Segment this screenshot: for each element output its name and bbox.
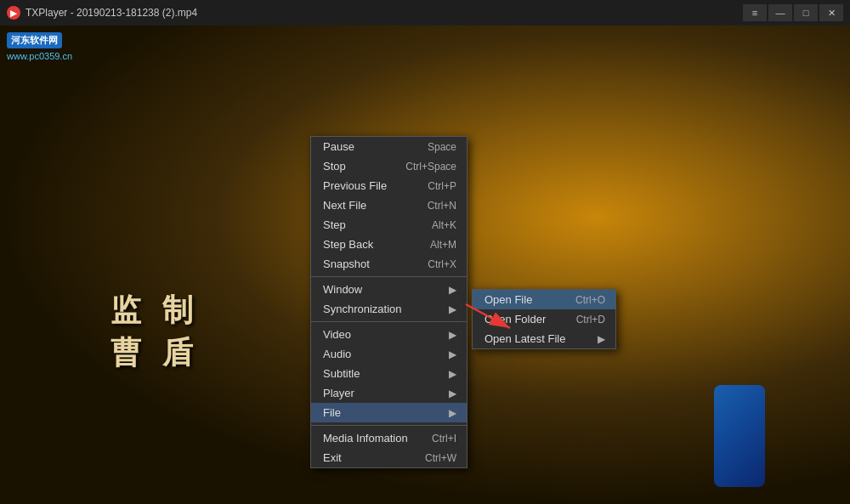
- menu-label-video: Video: [323, 328, 351, 341]
- menu-label-pause: Pause: [323, 140, 354, 153]
- red-arrow-indicator: [459, 296, 527, 350]
- window-title: TXPlayer - 20190213-181238 (2).mp4: [26, 7, 743, 19]
- menu-label-window: Window: [323, 283, 362, 296]
- menu-item-video[interactable]: Video ▶: [311, 325, 467, 344]
- arrow-icon-open-latest: ▶: [598, 333, 605, 345]
- menu-item-exit[interactable]: Exit Ctrl+W: [311, 448, 467, 467]
- menu-label-synchronization: Synchronization: [323, 303, 402, 315]
- separator-2: [311, 321, 467, 322]
- separator-1: [311, 276, 467, 277]
- arrow-icon-player: ▶: [449, 388, 456, 399]
- shortcut-media-info: Ctrl+I: [432, 433, 456, 445]
- arrow-icon-file: ▶: [449, 407, 456, 419]
- menu-button[interactable]: ≡: [743, 4, 767, 21]
- menu-label-snapshot: Snapshot: [323, 258, 370, 270]
- menu-item-step[interactable]: Step Alt+K: [311, 215, 467, 235]
- menu-label-file: File: [323, 406, 341, 419]
- file-submenu-shortcut-open-file: Ctrl+O: [575, 294, 605, 306]
- shortcut-stop: Ctrl+Space: [405, 161, 456, 173]
- shortcut-step-back: Alt+M: [430, 239, 456, 251]
- shortcut-previous-file: Ctrl+P: [428, 180, 456, 192]
- menu-item-step-back[interactable]: Step Back Alt+M: [311, 235, 467, 254]
- menu-item-snapshot[interactable]: Snapshot Ctrl+X: [311, 254, 467, 274]
- menu-label-stop: Stop: [323, 160, 346, 173]
- app-icon: ▶: [7, 6, 20, 20]
- menu-item-next-file[interactable]: Next File Ctrl+N: [311, 195, 467, 215]
- shortcut-snapshot: Ctrl+X: [428, 258, 456, 270]
- video-text-line2: 曹 盾: [110, 331, 200, 374]
- menu-item-file[interactable]: File ▶: [311, 403, 467, 422]
- shortcut-pause: Space: [428, 141, 456, 153]
- file-submenu-shortcut-open-folder: Ctrl+D: [576, 314, 605, 326]
- menu-item-media-info[interactable]: Media Infomation Ctrl+I: [311, 428, 467, 448]
- menu-item-player[interactable]: Player ▶: [311, 383, 467, 403]
- title-bar: ▶ TXPlayer - 20190213-181238 (2).mp4 ≡ —…: [0, 0, 850, 25]
- minimize-button[interactable]: —: [768, 4, 792, 21]
- context-menu: Pause Space Stop Ctrl+Space Previous Fil…: [310, 136, 468, 468]
- arrow-icon-sync: ▶: [449, 303, 456, 315]
- arrow-icon-subtitle: ▶: [449, 368, 456, 380]
- shortcut-step: Alt+K: [432, 219, 456, 231]
- menu-label-exit: Exit: [323, 451, 342, 464]
- menu-item-audio[interactable]: Audio ▶: [311, 344, 467, 364]
- menu-label-step: Step: [323, 218, 346, 231]
- arrow-icon-video: ▶: [449, 329, 456, 341]
- menu-label-subtitle: Subtitle: [323, 367, 360, 380]
- maximize-button[interactable]: □: [794, 4, 818, 21]
- menu-item-stop[interactable]: Stop Ctrl+Space: [311, 156, 467, 176]
- menu-label-previous-file: Previous File: [323, 179, 387, 192]
- menu-item-pause[interactable]: Pause Space: [311, 137, 467, 156]
- video-text-overlay: 监 制 曹 盾: [110, 289, 200, 375]
- menu-label-audio: Audio: [323, 348, 351, 360]
- menu-item-synchronization[interactable]: Synchronization ▶: [311, 299, 467, 319]
- separator-3: [311, 425, 467, 426]
- menu-item-window[interactable]: Window ▶: [311, 280, 467, 299]
- window-controls: ≡ — □ ✕: [743, 4, 843, 21]
- menu-label-step-back: Step Back: [323, 238, 373, 251]
- menu-label-media-info: Media Infomation: [323, 432, 408, 445]
- video-text-line1: 监 制: [110, 289, 200, 331]
- menu-item-previous-file[interactable]: Previous File Ctrl+P: [311, 176, 467, 195]
- video-cylinder: [714, 385, 765, 487]
- arrow-icon-audio: ▶: [449, 348, 456, 360]
- watermark-url: www.pc0359.cn: [7, 51, 72, 61]
- close-button[interactable]: ✕: [819, 4, 843, 21]
- arrow-icon-window: ▶: [449, 284, 456, 296]
- menu-item-subtitle[interactable]: Subtitle ▶: [311, 364, 467, 383]
- shortcut-next-file: Ctrl+N: [428, 200, 456, 212]
- video-area: 河东软件网 www.pc0359.cn 监 制 曹 盾 Pause Space …: [0, 25, 850, 504]
- menu-label-player: Player: [323, 387, 354, 399]
- watermark-logo: 河东软件网: [7, 32, 62, 48]
- shortcut-exit: Ctrl+W: [425, 452, 456, 464]
- menu-label-next-file: Next File: [323, 199, 366, 212]
- watermark: 河东软件网 www.pc0359.cn: [7, 32, 72, 61]
- svg-line-1: [466, 304, 510, 328]
